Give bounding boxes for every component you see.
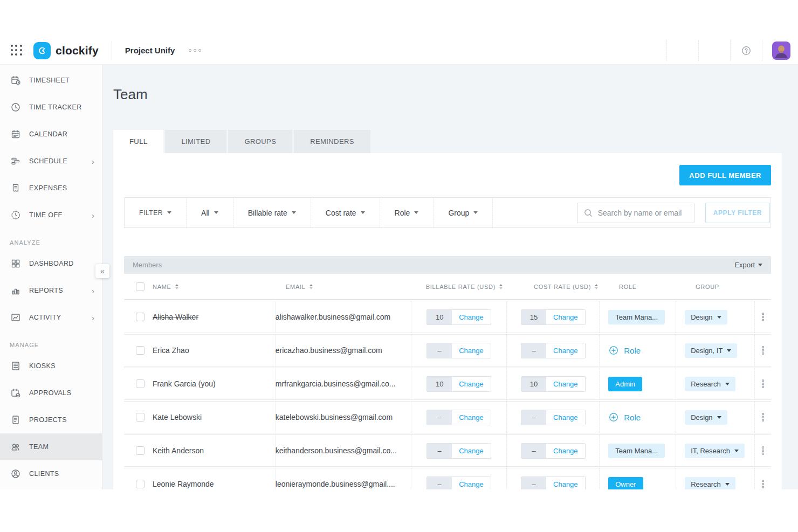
sort-icon [309, 284, 313, 289]
kiosks-icon [10, 360, 22, 372]
notifications-button[interactable] [699, 40, 730, 61]
filter-dropdown-billable-rate[interactable]: Billable rate [233, 198, 311, 227]
row-checkbox[interactable] [136, 480, 145, 488]
cost-rate-change-button[interactable]: Change [546, 310, 585, 324]
export-button[interactable]: Export [734, 261, 762, 269]
sidebar-nav: TIMESHEETTIME TRACKERCALENDARSCHEDULE›EX… [0, 65, 102, 489]
filter-label: Billable rate [248, 209, 287, 217]
sidebar-item-projects[interactable]: PROJECTS [0, 406, 102, 433]
group-dropdown[interactable]: Design, IT [685, 343, 737, 358]
sort-icon [595, 284, 598, 289]
filter-dropdown-filter[interactable]: FILTER [125, 198, 187, 227]
role-badge[interactable]: Team Mana... [608, 310, 665, 324]
group-dropdown[interactable]: IT, Research [685, 444, 745, 458]
row-checkbox[interactable] [136, 413, 145, 422]
role-cell: Team Mana... [599, 301, 676, 333]
apply-filter-button[interactable]: APPLY FILTER [705, 203, 770, 223]
sidebar-item-approvals[interactable]: APPROVALS [0, 379, 102, 406]
row-checkbox[interactable] [136, 346, 145, 355]
sidebar-item-team[interactable]: TEAM [0, 433, 102, 460]
filter-dropdown-cost-rate[interactable]: Cost rate [311, 198, 380, 227]
schedule-icon [10, 155, 22, 167]
cost-rate-change-button[interactable]: Change [546, 343, 585, 358]
group-dropdown[interactable]: Design [685, 410, 727, 425]
sidebar-collapse-button[interactable]: « [95, 264, 109, 278]
tab-full[interactable]: FULL [113, 130, 163, 153]
filter-dropdown-role[interactable]: Role [380, 198, 434, 227]
group-dropdown[interactable]: Design [685, 310, 727, 324]
group-dropdown[interactable]: Research [685, 477, 735, 490]
billable-rate-change-button[interactable]: Change [452, 410, 491, 425]
filter-dropdown-all[interactable]: All [187, 198, 233, 227]
member-row: Erica Zhaoericazhao.business@gmail.com–C… [124, 334, 771, 367]
member-row: Alisha Walkeralishawalker.business@gmail… [124, 301, 771, 333]
apps-grid-icon[interactable] [11, 45, 23, 57]
row-options-menu[interactable] [755, 340, 771, 361]
row-options-menu[interactable] [755, 440, 771, 461]
billable-rate-change-button[interactable]: Change [452, 444, 491, 458]
cost-rate-change-button[interactable]: Change [546, 410, 585, 425]
add-role-button[interactable]: Role [608, 412, 641, 423]
cost-rate-change-button[interactable]: Change [546, 377, 585, 391]
member-name: Frank Garcia (you) [153, 379, 216, 388]
activity-icon [10, 312, 22, 323]
row-checkbox[interactable] [136, 379, 145, 388]
cost-rate-change-button[interactable]: Change [546, 444, 585, 458]
caret-down-icon [167, 211, 171, 214]
workspace-menu-dots-icon[interactable] [189, 49, 201, 52]
sidebar-item-activity[interactable]: ACTIVITY› [0, 304, 102, 331]
sidebar-item-time-tracker[interactable]: TIME TRACKER [0, 94, 102, 121]
row-options-menu[interactable] [755, 406, 771, 428]
column-header-cost-rate-usd-[interactable]: COST RATE (USD) [518, 284, 610, 290]
sidebar-item-expenses[interactable]: EXPENSES [0, 175, 102, 202]
cost-rate-cell: 10Change [506, 368, 599, 399]
row-checkbox[interactable] [136, 313, 145, 321]
billable-rate-change-button[interactable]: Change [452, 310, 491, 324]
sidebar-item-calendar[interactable]: CALENDAR [0, 121, 102, 148]
sidebar-item-kiosks[interactable]: KIOSKS [0, 353, 102, 379]
role-badge[interactable]: Team Mana... [608, 444, 665, 458]
workspace-selector[interactable]: Project Unify [125, 46, 175, 55]
search-input[interactable] [598, 209, 689, 217]
puzzle-icon [677, 45, 688, 56]
sidebar-item-clients[interactable]: CLIENTS [0, 460, 102, 487]
sidebar-item-reports[interactable]: REPORTS› [0, 277, 102, 304]
cost-rate-change-button[interactable]: Change [546, 477, 585, 490]
role-badge[interactable]: Owner [608, 477, 643, 490]
sidebar-item-label: DASHBOARD [29, 260, 74, 267]
tab-groups[interactable]: GROUPS [228, 130, 292, 153]
sidebar-item-schedule[interactable]: SCHEDULE› [0, 148, 102, 175]
sidebar-item-time-off[interactable]: TIME OFF› [0, 202, 102, 229]
add-full-member-button[interactable]: ADD FULL MEMBER [679, 165, 771, 185]
billable-rate-cell: –Change [411, 435, 507, 466]
column-header-billable-rate-usd-[interactable]: BILLABLE RATE (USD) [422, 284, 518, 290]
help-button[interactable] [731, 40, 762, 61]
row-options-menu[interactable] [755, 306, 771, 328]
row-options-menu[interactable] [755, 473, 771, 489]
add-role-button[interactable]: Role [608, 345, 641, 356]
row-options-menu[interactable] [755, 373, 771, 395]
role-badge[interactable]: Admin [608, 377, 642, 391]
tab-limited[interactable]: LIMITED [165, 130, 226, 153]
billable-rate-change-button[interactable]: Change [452, 377, 491, 391]
member-row: Leonie Raymondeleonieraymonde.business@g… [124, 468, 771, 489]
filter-dropdown-group[interactable]: Group [434, 198, 493, 227]
select-all-checkbox[interactable] [136, 282, 145, 291]
sidebar-item-timesheet[interactable]: TIMESHEET [0, 67, 102, 94]
billable-rate-change-button[interactable]: Change [452, 477, 491, 490]
group-dropdown[interactable]: Research [685, 377, 735, 391]
projects-icon [10, 414, 22, 426]
row-checkbox[interactable] [136, 446, 145, 455]
billable-rate-change-button[interactable]: Change [452, 343, 491, 358]
role-cell: Role [599, 402, 676, 433]
user-avatar[interactable] [772, 42, 790, 60]
column-header-email[interactable]: EMAIL [286, 284, 422, 290]
integrations-button[interactable] [667, 40, 698, 61]
topbar-divider [112, 41, 112, 60]
sidebar-item-dashboard[interactable]: DASHBOARD [0, 250, 102, 277]
cost-rate-value: 15 [521, 310, 546, 324]
tab-reminders[interactable]: REMINDERS [294, 130, 370, 153]
column-header-name[interactable]: NAME [153, 284, 286, 290]
sidebar-item-label: TIME OFF [29, 211, 63, 219]
member-name: Leonie Raymonde [153, 480, 214, 488]
